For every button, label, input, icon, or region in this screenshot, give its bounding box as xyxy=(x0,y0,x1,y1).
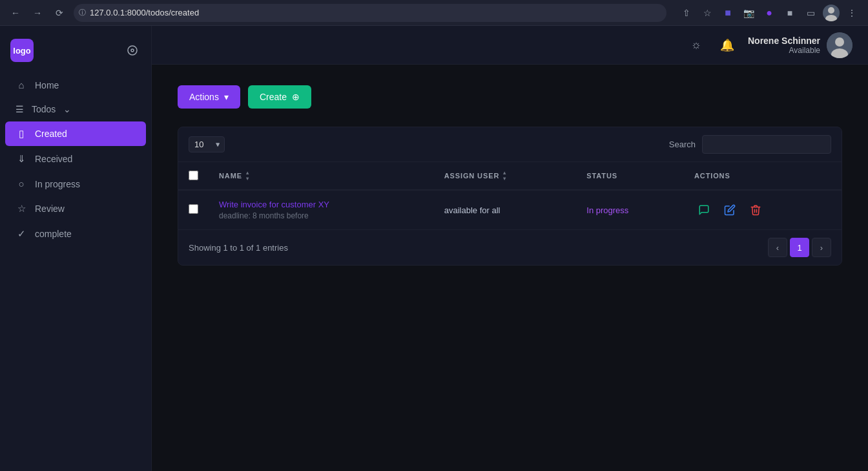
per-page-wrapper: 10 25 50 100 ▼ xyxy=(189,136,225,152)
user-status: Available xyxy=(748,46,820,55)
table-container: 10 25 50 100 ▼ Search xyxy=(178,127,842,266)
sidebar-label-complete: complete xyxy=(35,229,136,239)
select-all-col xyxy=(178,162,209,190)
status-badge: In progress xyxy=(586,205,628,215)
task-name-link[interactable]: Write invoice for customer XY xyxy=(219,200,424,209)
svg-point-5 xyxy=(835,37,844,47)
plus-circle-icon: ⊕ xyxy=(292,92,300,102)
sidebar-toggle-button[interactable] xyxy=(124,42,141,59)
comment-button[interactable] xyxy=(694,200,714,220)
per-page-select[interactable]: 10 25 50 100 xyxy=(189,136,225,152)
user-name: Norene Schinner xyxy=(748,36,820,46)
avatar xyxy=(827,32,852,58)
sidebar-label-created: Created xyxy=(35,129,136,139)
forward-button[interactable]: → xyxy=(30,5,45,21)
url-text: 127.0.0.1:8000/todos/created xyxy=(90,8,199,17)
main-nav: ⌂ Home ☰ Todos ⌄ ▯ Created ⇓ Received ○ xyxy=(0,72,151,247)
logo: logo xyxy=(10,39,34,62)
col-actions: ACTIONS xyxy=(684,162,842,190)
create-label: Create xyxy=(260,92,287,102)
share-button[interactable]: ⇧ xyxy=(678,5,695,21)
more-button[interactable]: ⋮ xyxy=(843,5,860,21)
extensions-button[interactable]: ■ xyxy=(719,5,736,21)
table-toolbar: 10 25 50 100 ▼ Search xyxy=(178,127,842,162)
next-page-button[interactable]: › xyxy=(812,238,831,257)
sidebar-label-home: Home xyxy=(35,80,136,90)
actions-cell xyxy=(684,190,842,230)
sidebar-item-review[interactable]: ☆ Review xyxy=(5,196,146,221)
col-status: STATUS xyxy=(576,162,684,190)
sidebar-item-in-progress[interactable]: ○ In progress xyxy=(5,172,146,196)
select-all-checkbox[interactable] xyxy=(189,171,198,180)
sidebar-item-complete[interactable]: ✓ complete xyxy=(5,222,146,246)
prev-page-button[interactable]: ‹ xyxy=(768,238,787,257)
header-row: NAME ▴ ▾ ASSIGN USER xyxy=(178,162,842,190)
svg-point-1 xyxy=(825,15,837,21)
col-actions-label: ACTIONS xyxy=(694,172,730,180)
back-button[interactable]: ← xyxy=(8,5,23,21)
home-icon: ⌂ xyxy=(16,79,27,90)
sort-icon-assign: ▴ ▾ xyxy=(503,170,506,182)
user-avatar-browser[interactable] xyxy=(823,5,840,21)
create-button[interactable]: Create ⊕ xyxy=(248,85,311,109)
table-header: NAME ▴ ▾ ASSIGN USER xyxy=(178,162,842,190)
col-assign-label: ASSIGN USER xyxy=(444,172,499,180)
col-status-label: STATUS xyxy=(586,172,617,180)
created-icon: ▯ xyxy=(16,128,27,140)
delete-button[interactable] xyxy=(746,200,765,220)
pagination: ‹ 1 › xyxy=(768,238,831,257)
sidebar-item-received[interactable]: ⇓ Received xyxy=(5,147,146,171)
browser-actions: ⇧ ☆ ■ 📷 ● ■ ▭ ⋮ xyxy=(678,5,860,21)
reload-button[interactable]: ⟳ xyxy=(52,5,67,21)
screenshare-button[interactable]: 📷 xyxy=(740,5,757,21)
notifications-button[interactable]: 🔔 xyxy=(717,35,738,56)
content-body: Actions ▾ Create ⊕ 10 25 50 xyxy=(152,65,868,471)
col-assign-user[interactable]: ASSIGN USER ▴ ▾ xyxy=(434,162,577,190)
svg-point-3 xyxy=(131,49,134,52)
review-icon: ☆ xyxy=(16,203,27,215)
search-container: Search xyxy=(669,135,831,154)
edit-button[interactable] xyxy=(720,200,739,220)
chevron-down-icon: ▾ xyxy=(224,92,229,102)
svg-point-2 xyxy=(128,46,137,55)
top-bar: ☼ 🔔 Norene Schinner Available xyxy=(152,26,868,65)
puzzle-button[interactable]: ■ xyxy=(781,5,798,21)
secure-icon: ⓘ xyxy=(79,8,86,17)
search-label: Search xyxy=(669,140,696,149)
browser-chrome: ← → ⟳ ⓘ 127.0.0.1:8000/todos/created ⇧ ☆… xyxy=(0,0,868,26)
search-input[interactable] xyxy=(702,135,831,154)
assign-user-value: available for all xyxy=(444,205,501,215)
sort-icon-name: ▴ ▾ xyxy=(246,170,249,182)
task-name-cell: Write invoice for customer XY deadline: … xyxy=(209,190,434,230)
table-row: Write invoice for customer XY deadline: … xyxy=(178,190,842,230)
bookmark-button[interactable]: ☆ xyxy=(699,5,716,21)
sidebar-item-created[interactable]: ▯ Created xyxy=(5,121,146,146)
assign-user-cell: available for all xyxy=(434,190,577,230)
sidebar-label-todos: Todos xyxy=(32,104,56,114)
theme-toggle-button[interactable]: ☼ xyxy=(686,35,707,56)
row-checkbox-cell xyxy=(178,190,209,230)
received-icon: ⇓ xyxy=(16,153,27,165)
action-icons xyxy=(694,200,831,220)
actions-label: Actions xyxy=(189,92,219,102)
page-1-button[interactable]: 1 xyxy=(790,238,809,257)
in-progress-icon: ○ xyxy=(16,178,27,189)
sidebar-item-todos[interactable]: ☰ Todos ⌄ xyxy=(5,98,146,121)
sidebar-label-review: Review xyxy=(35,204,136,214)
col-name[interactable]: NAME ▴ ▾ xyxy=(209,162,434,190)
actions-button[interactable]: Actions ▾ xyxy=(178,85,240,109)
sidebar-label-in-progress: In progress xyxy=(35,179,136,189)
sidebar-header: logo xyxy=(0,31,151,72)
sidebar-toggle-browser[interactable]: ▭ xyxy=(802,5,819,21)
row-checkbox[interactable] xyxy=(189,204,198,214)
sidebar-item-home[interactable]: ⌂ Home xyxy=(5,73,146,97)
sidebar: logo ⌂ Home ☰ Todos ⌄ ▯ xyxy=(0,26,152,471)
table-footer: Showing 1 to 1 of 1 entries ‹ 1 › xyxy=(178,230,842,265)
address-bar: ⓘ 127.0.0.1:8000/todos/created xyxy=(74,4,666,22)
task-deadline: deadline: 8 months before xyxy=(219,211,424,220)
main-content: ☼ 🔔 Norene Schinner Available xyxy=(152,26,868,471)
user-info[interactable]: Norene Schinner Available xyxy=(748,32,852,58)
profile-icon-browser[interactable]: ● xyxy=(761,5,778,21)
status-cell: In progress xyxy=(576,190,684,230)
todos-icon: ☰ xyxy=(16,104,24,114)
